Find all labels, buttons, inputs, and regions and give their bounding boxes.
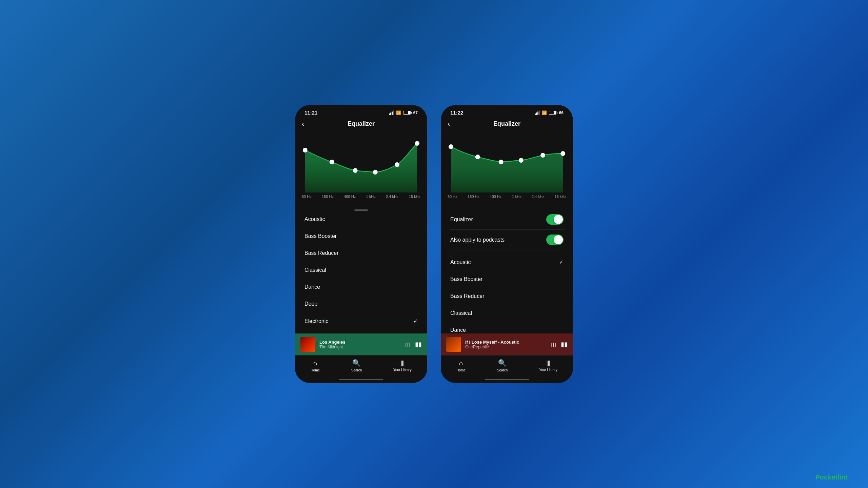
- eq-item-acoustic-left[interactable]: Acoustic: [295, 211, 427, 228]
- library-label-right: Your Library: [539, 368, 557, 372]
- time-right: 11:22: [450, 110, 463, 116]
- eq-point-3-right[interactable]: [499, 160, 504, 164]
- watermark: Pocketlint: [815, 473, 848, 481]
- nav-home-left[interactable]: ⌂ Home: [311, 359, 320, 372]
- eq-point-6-left[interactable]: [415, 141, 419, 146]
- page-title-left: Equalizer: [348, 120, 375, 127]
- home-label-left: Home: [311, 368, 320, 372]
- freq-labels-left: 60 Hz 150 Hz 400 Hz 1 kHz 2.4 kHz 15 kHz: [302, 195, 420, 199]
- battery-text-left: 67: [413, 110, 418, 115]
- eq-graph-right: 60 Hz 150 Hz 400 Hz 1 kHz 2.4 kHz 15 kHz: [448, 131, 566, 206]
- nav-home-right[interactable]: ⌂ Home: [456, 359, 466, 372]
- eq-item-dance-left[interactable]: Dance: [295, 279, 427, 296]
- home-indicator-right: [485, 379, 529, 380]
- pause-btn-right[interactable]: ▮▮: [561, 341, 568, 348]
- search-label-left: Search: [351, 368, 362, 372]
- eq-item-bassbooster-left[interactable]: Bass Booster: [295, 228, 427, 245]
- checkmark-left: ✓: [413, 318, 418, 324]
- equalizer-toggle-row: Equalizer: [450, 209, 564, 230]
- battery-text-right: 66: [559, 110, 564, 115]
- album-art-left: [300, 337, 315, 352]
- library-label-left: Your Library: [393, 368, 412, 372]
- page-title-right: Equalizer: [493, 120, 520, 127]
- nav-library-right[interactable]: ||| Your Library: [539, 360, 557, 372]
- status-icons-right: 📶 66: [535, 110, 564, 115]
- eq-point-5-left[interactable]: [395, 162, 399, 167]
- library-icon-left: |||: [400, 360, 404, 367]
- eq-point-4-right[interactable]: [519, 158, 524, 163]
- eq-list-right: Acoustic ✓ Bass Booster Bass Reducer Cla…: [441, 253, 573, 333]
- eq-point-4-left[interactable]: [373, 170, 378, 175]
- home-label-right: Home: [456, 368, 466, 372]
- eq-graph-left: 60 Hz 150 Hz 400 Hz 1 kHz 2.4 kHz 15 kHz: [302, 131, 420, 206]
- status-bar-left: 11:21 📶 67: [295, 105, 427, 118]
- eq-item-bassreducer-right[interactable]: Bass Reducer: [441, 288, 573, 305]
- album-art-right: [446, 337, 461, 352]
- watermark-text: ocketlint: [820, 473, 848, 481]
- track-info-left: Los Angeles The Midnight: [319, 340, 401, 349]
- nav-search-left[interactable]: 🔍 Search: [351, 359, 362, 372]
- battery-left: [403, 111, 411, 115]
- search-icon-left: 🔍: [352, 359, 361, 367]
- nav-library-left[interactable]: ||| Your Library: [393, 360, 412, 372]
- battery-right: [549, 111, 556, 115]
- equalizer-toggle[interactable]: [546, 214, 564, 225]
- eq-item-deep-left[interactable]: Deep: [295, 296, 427, 312]
- eq-point-1-left[interactable]: [303, 148, 308, 152]
- watermark-dot: P: [815, 473, 820, 481]
- eq-item-acoustic-right[interactable]: Acoustic ✓: [441, 253, 573, 271]
- eq-item-bassreducer-left[interactable]: Bass Reducer: [295, 245, 427, 262]
- track-info-right: If I Lose Myself - Acoustic OneRepublic: [465, 340, 547, 349]
- wifi-icon-left: 📶: [396, 110, 401, 115]
- podcasts-toggle-row: Also apply to podcasts: [450, 230, 564, 250]
- track-artist-left: The Midnight: [319, 345, 401, 349]
- eq-item-dance-right[interactable]: Dance: [441, 322, 573, 333]
- equalizer-label: Equalizer: [450, 217, 473, 223]
- now-playing-right: If I Lose Myself - Acoustic OneRepublic …: [441, 333, 573, 355]
- eq-list-left: Acoustic Bass Booster Bass Reducer Class…: [295, 211, 427, 333]
- eq-point-1-right[interactable]: [449, 144, 453, 149]
- eq-point-2-right[interactable]: [475, 155, 480, 159]
- track-title-left: Los Angeles: [319, 340, 401, 345]
- home-indicator-left: [339, 379, 383, 380]
- eq-point-3-left[interactable]: [353, 168, 358, 173]
- eq-item-flat-left[interactable]: Flat: [295, 330, 427, 333]
- freq-labels-right: 60 Hz 150 Hz 400 Hz 1 kHz 2.4 kHz 15 kHz: [448, 195, 566, 199]
- wifi-icon-right: 📶: [542, 110, 547, 115]
- settings-section: Equalizer Also apply to podcasts: [441, 206, 573, 253]
- eq-item-electronic-left[interactable]: Electronic ✓: [295, 312, 427, 330]
- connect-btn-right[interactable]: ◫: [551, 341, 556, 348]
- time-left: 11:21: [304, 110, 317, 116]
- home-icon-right: ⌂: [459, 359, 463, 367]
- library-icon-right: |||: [546, 360, 550, 367]
- track-title-right: If I Lose Myself - Acoustic: [465, 340, 547, 345]
- connect-btn-left[interactable]: ◫: [405, 341, 410, 348]
- eq-point-2-left[interactable]: [330, 160, 334, 164]
- eq-item-classical-right[interactable]: Classical: [441, 305, 573, 322]
- podcasts-label: Also apply to podcasts: [450, 237, 505, 243]
- eq-item-bassbooster-right[interactable]: Bass Booster: [441, 271, 573, 288]
- track-artist-right: OneRepublic: [465, 345, 547, 349]
- pause-btn-left[interactable]: ▮▮: [415, 341, 422, 348]
- nav-search-right[interactable]: 🔍 Search: [497, 359, 508, 372]
- eq-point-6-right[interactable]: [560, 151, 565, 156]
- bottom-nav-right: ⌂ Home 🔍 Search ||| Your Library: [441, 355, 573, 379]
- signal-icon-left: [389, 110, 394, 115]
- phones-container: 11:21 📶 67 ‹ Equalizer: [295, 105, 573, 383]
- nav-header-right: ‹ Equalizer: [441, 118, 573, 131]
- eq-item-classical-left[interactable]: Classical: [295, 262, 427, 279]
- search-label-right: Search: [497, 368, 508, 372]
- phone-right: 11:22 📶 66 ‹ Equalizer: [441, 105, 573, 383]
- checkmark-right: ✓: [559, 259, 564, 265]
- search-icon-right: 🔍: [498, 359, 507, 367]
- phone-left: 11:21 📶 67 ‹ Equalizer: [295, 105, 427, 383]
- back-button-left[interactable]: ‹: [302, 120, 304, 128]
- podcasts-toggle[interactable]: [546, 235, 564, 245]
- eq-point-5-right[interactable]: [540, 153, 545, 158]
- home-icon-left: ⌂: [313, 359, 317, 367]
- eq-curve-left: [302, 131, 420, 192]
- status-icons-left: 📶 67: [389, 110, 418, 115]
- signal-icon-right: [535, 110, 540, 115]
- back-button-right[interactable]: ‹: [448, 120, 450, 128]
- eq-curve-right: [448, 131, 566, 192]
